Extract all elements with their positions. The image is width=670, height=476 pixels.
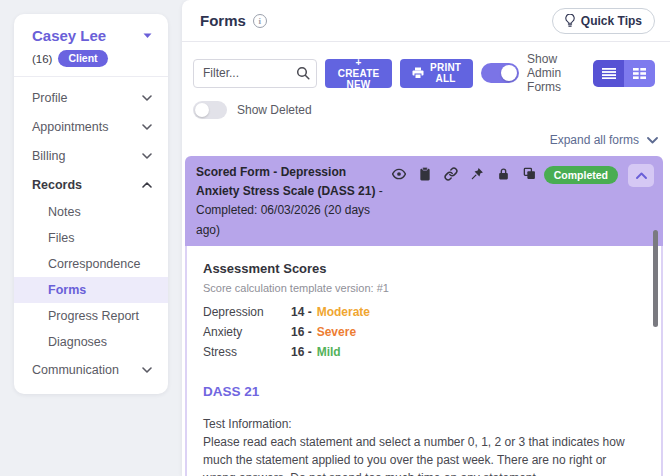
sidebar-subitem-label: Correspondence bbox=[48, 257, 140, 271]
client-sidebar: Casey Lee (16) Client Profile Appointmen… bbox=[14, 14, 168, 394]
sidebar-item-correspondence[interactable]: Correspondence bbox=[14, 251, 168, 277]
score-label: Stress bbox=[203, 343, 291, 361]
sidebar-item-label: Admin bbox=[32, 392, 67, 395]
show-deleted-toggle[interactable] bbox=[193, 101, 227, 119]
assessment-scores-heading: Assessment Scores bbox=[203, 259, 635, 279]
status-badge: Completed bbox=[544, 166, 618, 184]
sidebar-item-profile[interactable]: Profile bbox=[14, 83, 168, 112]
score-label: Depression bbox=[203, 303, 291, 321]
sidebar-item-appointments[interactable]: Appointments bbox=[14, 112, 168, 141]
sidebar-item-admin[interactable]: Admin bbox=[14, 384, 168, 394]
sidebar-item-progress-report[interactable]: Progress Report bbox=[14, 303, 168, 329]
sidebar-item-label: Records bbox=[32, 178, 82, 192]
sidebar-item-label: Appointments bbox=[32, 120, 108, 134]
test-information-label: Test Information: bbox=[203, 415, 635, 433]
client-name-row[interactable]: Casey Lee bbox=[32, 27, 152, 44]
score-value: 16 - bbox=[291, 323, 312, 341]
sidebar-nav: Profile Appointments Billing Records Not… bbox=[14, 77, 168, 394]
sidebar-subitem-label: Notes bbox=[48, 205, 81, 219]
score-rating: Severe bbox=[317, 323, 356, 341]
create-new-button[interactable]: + CREATE NEW bbox=[325, 59, 392, 88]
create-new-label: + CREATE NEW bbox=[337, 57, 380, 90]
grid-view-button[interactable] bbox=[624, 60, 655, 87]
client-header: Casey Lee (16) Client bbox=[14, 14, 168, 77]
sidebar-subitem-label: Diagnoses bbox=[48, 335, 107, 349]
client-dropdown-caret-icon[interactable] bbox=[143, 33, 152, 39]
sidebar-item-records[interactable]: Records bbox=[14, 170, 168, 199]
copy-icon[interactable] bbox=[523, 167, 536, 240]
sidebar-subitem-label: Files bbox=[48, 231, 74, 245]
search-icon bbox=[296, 66, 310, 80]
info-icon[interactable]: i bbox=[253, 14, 267, 28]
sidebar-item-billing[interactable]: Billing bbox=[14, 141, 168, 170]
dass21-heading: DASS 21 bbox=[203, 382, 635, 402]
link-icon[interactable] bbox=[444, 167, 458, 240]
forms-panel: Forms i Quick Tips + CREATE NEW PRINT AL… bbox=[182, 0, 670, 476]
sidebar-item-diagnoses[interactable]: Diagnoses bbox=[14, 329, 168, 355]
eye-icon[interactable] bbox=[392, 167, 406, 240]
sidebar-subitem-label: Forms bbox=[48, 283, 86, 297]
sidebar-item-files[interactable]: Files bbox=[14, 225, 168, 251]
client-type-badge: Client bbox=[58, 50, 107, 67]
sidebar-item-label: Communication bbox=[32, 363, 119, 377]
sidebar-item-forms[interactable]: Forms bbox=[14, 277, 168, 303]
chevron-down-icon bbox=[142, 124, 152, 130]
lock-icon[interactable] bbox=[497, 167, 510, 240]
form-action-icons bbox=[392, 167, 536, 240]
content-scrollbar[interactable] bbox=[653, 230, 658, 327]
show-deleted-row: Show Deleted bbox=[193, 101, 670, 119]
form-title-bold: Scored Form - Depression Anxiety Stress … bbox=[196, 165, 375, 198]
show-admin-forms-toggle[interactable] bbox=[481, 63, 519, 83]
printer-icon bbox=[412, 67, 424, 79]
quick-tips-button[interactable]: Quick Tips bbox=[552, 8, 655, 34]
client-name[interactable]: Casey Lee bbox=[32, 27, 106, 44]
collapse-form-button[interactable] bbox=[628, 164, 654, 187]
expand-all-forms-link[interactable]: Expand all forms bbox=[182, 133, 658, 147]
scored-form-card: Scored Form - Depression Anxiety Stress … bbox=[185, 156, 663, 476]
score-value: 16 - bbox=[291, 343, 312, 361]
chevron-down-icon bbox=[142, 95, 152, 101]
score-row: Depression 14 - Moderate bbox=[203, 303, 635, 321]
score-rating: Moderate bbox=[317, 303, 370, 321]
list-view-button[interactable] bbox=[593, 60, 624, 87]
show-admin-forms-label: Show Admin Forms bbox=[527, 52, 585, 94]
score-label: Anxiety bbox=[203, 323, 291, 341]
sidebar-item-communication[interactable]: Communication bbox=[14, 355, 168, 384]
score-row: Anxiety 16 - Severe bbox=[203, 323, 635, 341]
clipboard-icon[interactable] bbox=[419, 167, 431, 240]
sidebar-item-label: Profile bbox=[32, 91, 67, 105]
page-header: Forms i Quick Tips bbox=[182, 0, 670, 42]
page-title: Forms bbox=[200, 12, 246, 29]
print-all-button[interactable]: PRINT ALL bbox=[400, 59, 473, 88]
lightbulb-icon bbox=[565, 14, 575, 27]
sidebar-subitem-label: Progress Report bbox=[48, 309, 139, 323]
forms-toolbar: + CREATE NEW PRINT ALL Show Admin Forms bbox=[193, 52, 655, 94]
score-template-version: Score calculation template version: #1 bbox=[203, 280, 635, 297]
expand-all-forms-label: Expand all forms bbox=[550, 133, 639, 147]
chevron-down-icon bbox=[142, 153, 152, 159]
form-content: Assessment Scores Score calculation temp… bbox=[185, 246, 663, 476]
form-title: Scored Form - Depression Anxiety Stress … bbox=[196, 163, 384, 240]
show-deleted-label: Show Deleted bbox=[237, 103, 312, 117]
chevron-down-icon bbox=[647, 137, 658, 144]
form-banner[interactable]: Scored Form - Depression Anxiety Stress … bbox=[185, 156, 663, 246]
print-all-label: PRINT ALL bbox=[430, 62, 461, 84]
test-information-paragraph: Please read each statement and select a … bbox=[203, 433, 635, 476]
chevron-up-icon bbox=[142, 182, 152, 188]
sidebar-item-label: Billing bbox=[32, 149, 65, 163]
pin-icon[interactable] bbox=[471, 167, 484, 240]
client-age: (16) bbox=[32, 53, 52, 65]
view-switcher bbox=[593, 60, 655, 87]
chevron-down-icon bbox=[142, 367, 152, 373]
quick-tips-label: Quick Tips bbox=[581, 14, 642, 28]
score-rating: Mild bbox=[317, 343, 341, 361]
score-row: Stress 16 - Mild bbox=[203, 343, 635, 361]
sidebar-item-notes[interactable]: Notes bbox=[14, 199, 168, 225]
score-value: 14 - bbox=[291, 303, 312, 321]
